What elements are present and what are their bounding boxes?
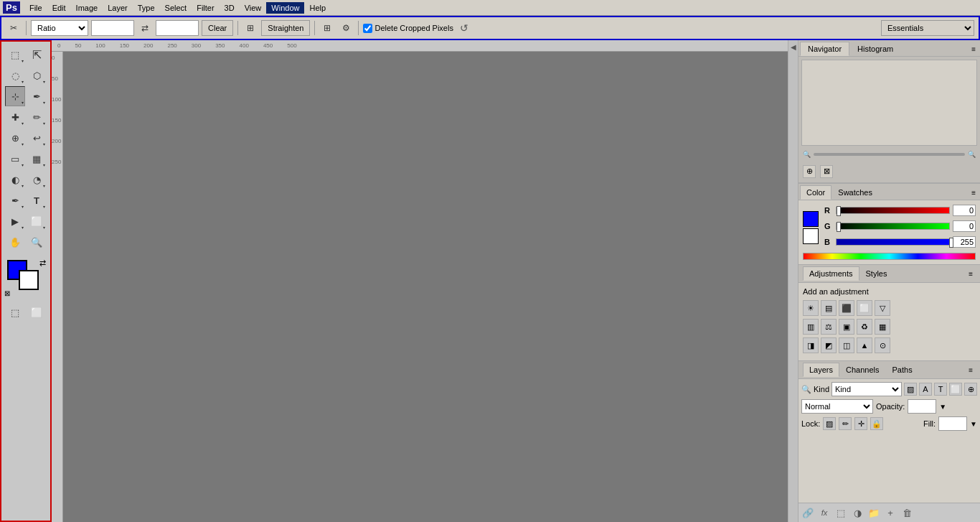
swap-colors-icon[interactable]: ⇄ — [39, 258, 46, 268]
layer-filter-smart[interactable]: ⊕ — [964, 383, 977, 396]
zoom-tool[interactable]: 🔍 — [27, 232, 47, 252]
menu-3d[interactable]: 3D — [220, 2, 240, 14]
tab-channels[interactable]: Channels — [839, 363, 885, 377]
adj-channelmixer[interactable]: ▦ — [875, 319, 890, 335]
tab-navigator[interactable]: Navigator — [800, 42, 849, 56]
adj-brightness[interactable]: ☀ — [803, 300, 819, 316]
fill-input[interactable] — [938, 416, 967, 431]
lock-paint-icon[interactable]: ✏ — [839, 417, 852, 430]
eraser-tool[interactable]: ▭▾ — [5, 149, 25, 169]
adj-exposure[interactable]: ⬜ — [857, 300, 872, 316]
healing-brush-tool[interactable]: ✚▾ — [5, 107, 25, 127]
hand-tool[interactable]: ✋ — [5, 232, 25, 252]
layers-kind-select[interactable]: Kind — [831, 382, 902, 396]
color-panel-options[interactable]: ≡ — [969, 187, 979, 198]
blur-tool[interactable]: ◔▾ — [27, 169, 47, 190]
menu-filter[interactable]: Filter — [192, 2, 219, 14]
menu-help[interactable]: Help — [304, 2, 331, 14]
foreground-color-box[interactable] — [803, 211, 819, 227]
shape-tool[interactable]: ⬜▾ — [27, 211, 47, 231]
adj-gradientmap[interactable]: ▲ — [857, 337, 872, 353]
layers-mode-select[interactable]: Normal — [801, 399, 873, 414]
brush-tool[interactable]: ✏▾ — [27, 107, 47, 127]
history-brush-tool[interactable]: ↩▾ — [27, 128, 47, 148]
channel-r-input[interactable]: 0 — [953, 205, 976, 216]
lock-all-icon[interactable]: 🔒 — [870, 417, 883, 430]
layer-filter-pixel[interactable]: ▨ — [904, 383, 917, 396]
layer-delete-icon[interactable]: 🗑 — [900, 505, 914, 520]
zoom-slider[interactable] — [814, 153, 965, 156]
width-input[interactable] — [91, 20, 134, 36]
reset-button[interactable]: ↺ — [456, 20, 472, 36]
color-spectrum-bar[interactable] — [803, 253, 976, 260]
height-input[interactable] — [156, 20, 199, 36]
opacity-input[interactable] — [908, 399, 936, 414]
adj-posterize[interactable]: ◩ — [821, 337, 837, 353]
swap-icon[interactable]: ⇄ — [137, 20, 153, 36]
type-tool[interactable]: T▾ — [27, 190, 47, 210]
delete-cropped-checkbox[interactable] — [363, 24, 372, 33]
channel-g-thumb[interactable] — [837, 222, 841, 232]
adj-bw[interactable]: ▣ — [839, 319, 854, 335]
ratio-select[interactable]: Ratio — [31, 20, 88, 36]
menu-window[interactable]: Window — [266, 2, 304, 14]
channel-b-thumb[interactable] — [949, 238, 953, 248]
menu-edit[interactable]: Edit — [47, 2, 71, 14]
small-panel-icon-1[interactable]: ⊕ — [803, 165, 816, 178]
quick-select-tool[interactable]: ⬡▾ — [27, 65, 47, 85]
layer-mask-icon[interactable]: ⬚ — [834, 505, 848, 520]
settings-icon[interactable]: ⚙ — [338, 20, 354, 36]
path-select-tool[interactable]: ▶▾ — [5, 211, 25, 231]
lasso-tool[interactable]: ◌▾ — [5, 65, 25, 85]
adj-vibrance[interactable]: ▽ — [875, 300, 890, 316]
clear-button[interactable]: Clear — [202, 20, 233, 36]
menu-layer[interactable]: Layer — [103, 2, 133, 14]
menu-view[interactable]: View — [240, 2, 267, 14]
tab-layers[interactable]: Layers — [803, 363, 839, 377]
channel-g-input[interactable]: 0 — [953, 220, 976, 232]
adjustments-panel-options[interactable]: ≡ — [966, 269, 976, 279]
opacity-arrow-icon[interactable]: ▼ — [939, 403, 946, 411]
tab-histogram[interactable]: Histogram — [849, 42, 901, 56]
dodge-tool[interactable]: ◐▾ — [5, 169, 25, 190]
workspace-select[interactable]: Essentials — [881, 20, 974, 36]
adj-levels[interactable]: ▤ — [821, 300, 837, 316]
crop-tool[interactable]: ⊹▾ — [5, 86, 25, 106]
layer-filter-type[interactable]: T — [934, 383, 947, 396]
default-colors-icon[interactable]: ⊠ — [4, 289, 10, 297]
clone-stamp-tool[interactable]: ⊕▾ — [5, 128, 25, 148]
menu-type[interactable]: Type — [133, 2, 160, 14]
menu-image[interactable]: Image — [71, 2, 103, 14]
navigator-panel-options[interactable]: ≡ — [969, 44, 979, 55]
tab-adjustments[interactable]: Adjustments — [803, 266, 859, 281]
adj-selectivecolor[interactable]: ⊙ — [875, 337, 890, 353]
panel-collapse-button[interactable]: ◀ — [788, 40, 798, 522]
zoom-out-icon[interactable]: 🔍 — [803, 151, 811, 158]
layer-new-icon[interactable]: + — [883, 505, 897, 520]
adj-photofilter[interactable]: ♻ — [857, 319, 872, 335]
delete-cropped-label[interactable]: Delete Cropped Pixels — [363, 24, 453, 33]
crop-tool-icon[interactable]: ✂ — [6, 20, 22, 36]
quick-mask-tool[interactable]: ⬚ — [5, 302, 25, 322]
fill-arrow-icon[interactable]: ▼ — [970, 420, 977, 428]
layer-filter-shape[interactable]: ⬜ — [949, 383, 962, 396]
lock-position-icon[interactable]: ✛ — [854, 417, 867, 430]
lock-transparent-icon[interactable]: ▨ — [823, 417, 836, 430]
menu-select[interactable]: Select — [160, 2, 192, 14]
layers-panel-options[interactable]: ≡ — [966, 365, 976, 376]
zoom-in-icon[interactable]: 🔍 — [968, 151, 976, 158]
pen-tool[interactable]: ✒▾ — [5, 190, 25, 210]
move-tool[interactable]: ⇱ — [27, 45, 47, 65]
layer-fx-icon[interactable]: fx — [817, 505, 831, 520]
adj-curves[interactable]: ⬛ — [839, 300, 854, 316]
straighten-button[interactable]: Straighten — [261, 20, 310, 36]
channel-r-slider[interactable] — [836, 207, 950, 214]
layer-link-icon[interactable]: 🔗 — [801, 505, 815, 520]
small-panel-icon-2[interactable]: ⊠ — [820, 165, 833, 178]
tab-color[interactable]: Color — [800, 185, 831, 200]
background-color-box[interactable] — [803, 228, 819, 244]
background-color[interactable] — [19, 270, 39, 290]
layer-filter-adj[interactable]: A — [919, 383, 932, 396]
canvas-workspace[interactable] — [63, 52, 788, 522]
gradient-tool[interactable]: ▦▾ — [27, 149, 47, 169]
